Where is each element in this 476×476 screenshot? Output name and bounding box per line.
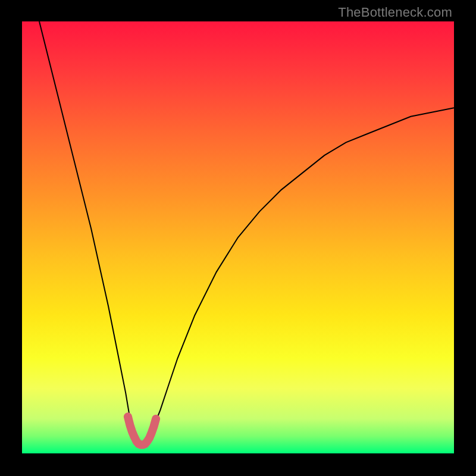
watermark-text: TheBottleneck.com	[338, 5, 452, 20]
main-curve	[39, 21, 454, 445]
bottom-highlight	[128, 416, 156, 444]
chart-svg	[22, 21, 454, 453]
